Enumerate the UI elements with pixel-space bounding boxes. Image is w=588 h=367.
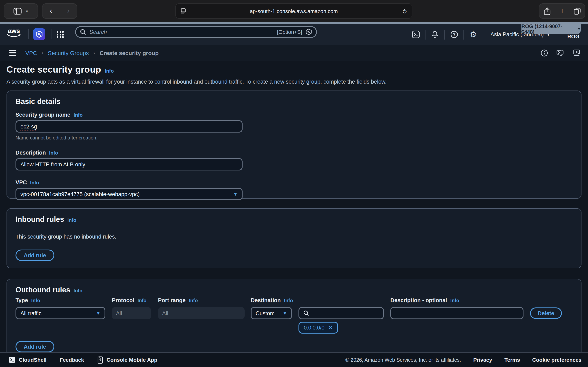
- cloudshell-panel-button[interactable]: [556, 49, 564, 57]
- cloudshell-button[interactable]: [406, 31, 425, 38]
- info-link[interactable]: Info: [73, 288, 82, 294]
- info-link[interactable]: Info: [74, 112, 83, 118]
- info-link[interactable]: Info: [105, 68, 114, 74]
- tools-panel-button[interactable]: [572, 49, 581, 57]
- page-tools: [541, 49, 581, 57]
- destination-cidr-chip: 0.0.0.0/0 ✕: [298, 322, 338, 334]
- caret-down-icon: ▼: [577, 27, 581, 31]
- info-link[interactable]: Info: [138, 298, 147, 303]
- header-divider: [51, 29, 52, 39]
- info-link[interactable]: Info: [67, 217, 76, 223]
- sidebar-icon: [14, 8, 22, 15]
- rule-description-input[interactable]: [390, 307, 523, 319]
- info-link[interactable]: Info: [31, 298, 40, 303]
- account-badge[interactable]: ROG (1214-9007-6448) ▼: [521, 24, 581, 34]
- basic-details-card: Basic details Security group name Info e…: [7, 91, 581, 199]
- outbound-rules-heading: Outbound rules: [16, 286, 70, 294]
- breadcrumb-bar: VPC › Security Groups › Create security …: [0, 45, 588, 61]
- plus-icon: +: [560, 7, 564, 16]
- address-bar[interactable]: ap-south-1.console.aws.amazon.com ⟳: [175, 3, 412, 19]
- security-group-name-label: Security group name: [16, 112, 70, 118]
- back-icon: ‹: [50, 7, 52, 16]
- console-search[interactable]: Search [Option+S]: [75, 26, 317, 38]
- type-column-label: Type: [16, 297, 28, 303]
- port-range-input: All: [158, 307, 245, 319]
- vpc-label: VPC: [16, 179, 27, 185]
- forward-icon: ›: [67, 7, 70, 16]
- screen: ▾ ‹ › ap-south-1.console.aws.amazon.com …: [0, 0, 588, 367]
- amazon-q-icon: [305, 29, 312, 35]
- back-button[interactable]: ‹: [43, 4, 60, 18]
- share-button[interactable]: [539, 7, 554, 15]
- destination-type-select[interactable]: Custom ▼: [251, 307, 292, 319]
- settings-gear-button[interactable]: ⚙: [464, 31, 483, 38]
- info-link[interactable]: Info: [189, 298, 198, 303]
- name-helper-text: Name cannot be edited after creation.: [16, 135, 572, 141]
- console-footer: CloudShell Feedback Console Mobile App ©…: [0, 352, 588, 367]
- outbound-rules-card: Outbound rules Info Type Info Protocol I…: [7, 279, 581, 356]
- vpc-select[interactable]: vpc-00178a1cab97e4775 (scalable-webapp-v…: [16, 188, 242, 200]
- sidebar-toggle-button[interactable]: ▾: [4, 3, 38, 19]
- copyright-text: © 2026, Amazon Web Services, Inc. or its…: [346, 357, 461, 363]
- header-divider: [28, 29, 29, 39]
- footer-cloudshell-button[interactable]: CloudShell: [9, 356, 47, 363]
- search-icon: [303, 310, 309, 316]
- amazon-q-service-icon[interactable]: [33, 28, 45, 40]
- aws-logo[interactable]: aws: [6, 28, 22, 38]
- svg-text:?: ?: [453, 32, 456, 37]
- breadcrumb-current: Create security group: [100, 50, 159, 56]
- info-link[interactable]: Info: [30, 180, 39, 185]
- inbound-rules-heading: Inbound rules: [16, 215, 64, 224]
- chevron-right-icon: ›: [93, 50, 95, 56]
- page-settings-icon[interactable]: [181, 8, 186, 14]
- footer-feedback-button[interactable]: Feedback: [60, 357, 84, 363]
- history-nav: ‹ ›: [42, 3, 77, 19]
- delete-rule-button[interactable]: Delete: [530, 308, 562, 319]
- caret-down-icon: ▼: [96, 311, 100, 316]
- info-panel-button[interactable]: [541, 49, 548, 57]
- account-name: ROG: [567, 33, 579, 40]
- url-text: ap-south-1.console.aws.amazon.com: [176, 8, 412, 14]
- info-link[interactable]: Info: [49, 150, 58, 156]
- cookie-preferences-link[interactable]: Cookie preferences: [532, 357, 581, 363]
- terms-link[interactable]: Terms: [504, 357, 520, 363]
- breadcrumb-vpc[interactable]: VPC: [25, 50, 37, 56]
- search-placeholder: Search: [89, 29, 277, 35]
- add-outbound-rule-button[interactable]: Add rule: [16, 341, 54, 352]
- reload-icon[interactable]: ⟳: [401, 8, 408, 13]
- destination-column-label: Destination: [251, 297, 281, 303]
- privacy-link[interactable]: Privacy: [473, 357, 492, 363]
- type-select[interactable]: All traffic ▼: [16, 307, 105, 319]
- caret-down-icon: ▼: [283, 311, 287, 316]
- protocol-input: All: [112, 307, 151, 319]
- port-range-column-label: Port range: [158, 297, 186, 303]
- security-group-name-input[interactable]: ec2-sg: [16, 120, 242, 133]
- description-column-label: Description - optional: [390, 297, 447, 303]
- side-menu-button[interactable]: [9, 50, 16, 56]
- description-label: Description: [16, 150, 46, 156]
- remove-chip-icon[interactable]: ✕: [328, 325, 333, 331]
- help-button[interactable]: ?: [445, 31, 463, 38]
- breadcrumb-security-groups[interactable]: Security Groups: [48, 50, 89, 56]
- browser-chrome: ▾ ‹ › ap-south-1.console.aws.amazon.com …: [0, 0, 588, 22]
- forward-button[interactable]: ›: [60, 4, 77, 18]
- breadcrumb: VPC › Security Groups › Create security …: [25, 50, 159, 56]
- services-grid-icon[interactable]: [57, 31, 64, 38]
- tab-overview-button[interactable]: [570, 8, 585, 15]
- caret-down-icon: ▼: [233, 192, 238, 197]
- inbound-rules-card: Inbound rules Info This security group h…: [7, 208, 581, 268]
- window-actions: +: [539, 3, 585, 19]
- gear-icon: ⚙: [470, 31, 477, 38]
- footer-mobile-app-button[interactable]: Console Mobile App: [97, 356, 157, 364]
- info-link[interactable]: Info: [284, 298, 293, 303]
- search-shortcut: [Option+S]: [277, 29, 302, 35]
- new-tab-button[interactable]: +: [554, 7, 570, 16]
- add-inbound-rule-button[interactable]: Add rule: [16, 250, 54, 261]
- chevron-right-icon: ›: [42, 50, 43, 56]
- info-link[interactable]: Info: [450, 298, 459, 303]
- description-input[interactable]: Allow HTTP from ALB only: [16, 158, 242, 170]
- page-description: A security group acts as a virtual firew…: [7, 79, 578, 85]
- destination-search-input[interactable]: [298, 307, 384, 319]
- page-header: Create security group Info A security gr…: [7, 64, 578, 85]
- notifications-bell-button[interactable]: [425, 31, 444, 38]
